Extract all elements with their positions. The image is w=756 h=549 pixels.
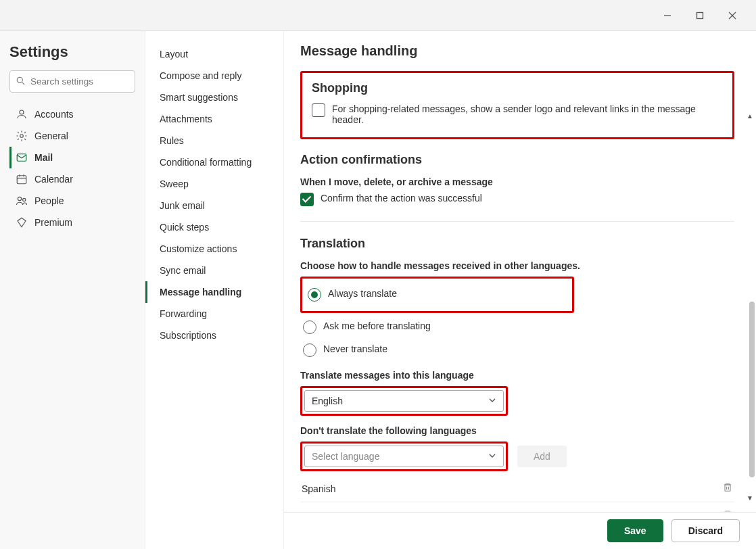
search-input[interactable] bbox=[9, 70, 135, 93]
mid-item-forwarding[interactable]: Forwarding bbox=[145, 303, 283, 325]
translate-into-label: Translate messages into this language bbox=[300, 370, 734, 381]
mail-icon bbox=[16, 151, 28, 164]
accounts-icon bbox=[16, 108, 28, 120]
titlebar bbox=[0, 0, 756, 31]
chevron-down-icon bbox=[488, 451, 496, 462]
mid-item-subscriptions[interactable]: Subscriptions bbox=[145, 325, 283, 346]
mid-item-compose-and-reply[interactable]: Compose and reply bbox=[145, 65, 283, 87]
svg-point-4 bbox=[17, 77, 22, 82]
mid-item-sweep[interactable]: Sweep bbox=[145, 173, 283, 195]
svg-point-13 bbox=[18, 197, 21, 200]
main-panel: Message handling Shopping For shopping-r… bbox=[284, 31, 756, 549]
svg-rect-8 bbox=[17, 154, 26, 162]
radio-ask-before[interactable] bbox=[303, 320, 316, 334]
sidebar-item-calendar[interactable]: Calendar bbox=[9, 168, 135, 190]
calendar-icon bbox=[16, 173, 28, 185]
delete-icon[interactable] bbox=[722, 482, 733, 495]
shopping-title: Shopping bbox=[312, 81, 723, 95]
confirm-action-label: Confirm that the action was successful bbox=[321, 193, 482, 204]
svg-marker-15 bbox=[18, 218, 26, 227]
gear-icon bbox=[16, 130, 28, 142]
scrollbar[interactable]: ▲ ▼ bbox=[748, 31, 756, 549]
divider bbox=[300, 221, 734, 222]
sidebar-item-label: General bbox=[34, 130, 68, 141]
dont-translate-label: Don't translate the following languages bbox=[300, 425, 734, 436]
premium-icon bbox=[16, 216, 28, 229]
minimize-button[interactable] bbox=[657, 11, 678, 20]
chevron-down-icon bbox=[488, 396, 496, 406]
action-confirmations-section: Action confirmations When I move, delete… bbox=[300, 153, 734, 206]
svg-rect-16 bbox=[725, 485, 730, 491]
discard-button[interactable]: Discard bbox=[671, 519, 740, 542]
save-button[interactable]: Save bbox=[607, 519, 663, 542]
radio-never[interactable] bbox=[303, 343, 316, 357]
sidebar-item-label: Accounts bbox=[34, 109, 74, 120]
mid-item-smart-suggestions[interactable]: Smart suggestions bbox=[145, 87, 283, 108]
sidebar-item-label: Calendar bbox=[34, 174, 73, 185]
translation-option-always[interactable]: Always translate bbox=[304, 283, 571, 307]
mid-item-quick-steps[interactable]: Quick steps bbox=[145, 216, 283, 238]
translation-option-never[interactable]: Never translate bbox=[300, 340, 734, 360]
svg-line-5 bbox=[22, 82, 25, 85]
action-confirmations-subtitle: When I move, delete, or archive a messag… bbox=[300, 176, 734, 187]
dont-translate-select[interactable]: Select language bbox=[304, 446, 504, 467]
shopping-section: Shopping For shopping-related messages, … bbox=[300, 71, 734, 139]
svg-rect-9 bbox=[17, 176, 26, 184]
main-title: Message handling bbox=[300, 43, 734, 59]
excluded-language-label: Spanish bbox=[302, 483, 336, 494]
translation-title: Translation bbox=[300, 237, 734, 251]
svg-point-14 bbox=[23, 198, 26, 201]
sidebar-item-general[interactable]: General bbox=[9, 125, 135, 147]
mid-item-attachments[interactable]: Attachments bbox=[145, 108, 283, 130]
sidebar-primary: Settings AccountsGeneralMailCalendarPeop… bbox=[0, 31, 145, 549]
mid-item-message-handling[interactable]: Message handling bbox=[145, 281, 283, 303]
footer: Save Discard bbox=[284, 512, 756, 549]
radio-always-translate[interactable] bbox=[308, 288, 321, 302]
mid-item-conditional-formatting[interactable]: Conditional formatting bbox=[145, 151, 283, 173]
maximize-button[interactable] bbox=[690, 11, 710, 20]
close-button[interactable] bbox=[722, 11, 742, 20]
svg-point-7 bbox=[20, 135, 24, 138]
mid-item-customize-actions[interactable]: Customize actions bbox=[145, 238, 283, 260]
sidebar-item-label: Mail bbox=[34, 152, 53, 163]
search-icon bbox=[16, 76, 25, 87]
mid-item-junk-email[interactable]: Junk email bbox=[145, 195, 283, 216]
translation-subtitle: Choose how to handle messages received i… bbox=[300, 260, 734, 271]
sidebar-item-mail[interactable]: Mail bbox=[9, 147, 135, 168]
mid-item-rules[interactable]: Rules bbox=[145, 130, 283, 151]
sidebar-item-label: Premium bbox=[34, 217, 72, 228]
sidebar-item-premium[interactable]: Premium bbox=[9, 212, 135, 233]
translation-section: Translation Choose how to handle message… bbox=[300, 237, 734, 512]
svg-point-6 bbox=[20, 110, 24, 114]
page-title: Settings bbox=[9, 43, 135, 61]
confirm-action-checkbox[interactable] bbox=[300, 193, 314, 206]
people-icon bbox=[16, 195, 28, 207]
sidebar-item-label: People bbox=[34, 195, 64, 206]
translation-option-ask[interactable]: Ask me before translating bbox=[300, 317, 734, 337]
shopping-checkbox[interactable] bbox=[312, 103, 325, 117]
sidebar-item-accounts[interactable]: Accounts bbox=[9, 103, 135, 125]
mid-item-layout[interactable]: Layout bbox=[145, 43, 283, 65]
shopping-checkbox-label: For shopping-related messages, show a se… bbox=[332, 103, 723, 125]
add-language-button[interactable]: Add bbox=[517, 446, 567, 467]
excluded-language-row: Spanish bbox=[300, 475, 734, 502]
sidebar-secondary: LayoutCompose and replySmart suggestions… bbox=[145, 31, 284, 549]
svg-rect-1 bbox=[697, 12, 703, 18]
mid-item-sync-email[interactable]: Sync email bbox=[145, 260, 283, 281]
action-confirmations-title: Action confirmations bbox=[300, 153, 734, 167]
excluded-language-row: English bbox=[300, 502, 734, 512]
translate-into-select[interactable]: English bbox=[304, 390, 504, 412]
sidebar-item-people[interactable]: People bbox=[9, 190, 135, 212]
